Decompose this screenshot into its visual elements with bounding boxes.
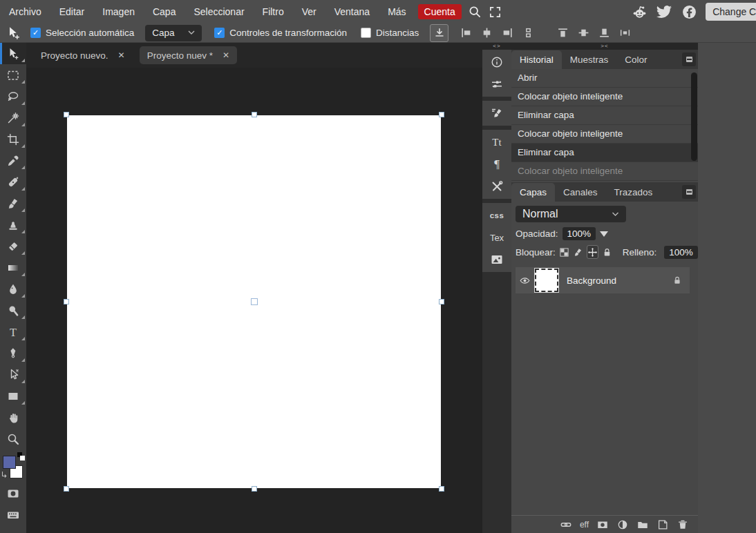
layer-effects-button[interactable]: eff <box>580 520 589 530</box>
history-item[interactable]: Abrir <box>511 69 698 88</box>
menu-item[interactable]: Filtro <box>254 0 293 23</box>
layer-thumbnail[interactable] <box>535 269 558 292</box>
image-panel-button[interactable] <box>482 249 511 271</box>
paragraph-panel-button[interactable]: ¶ <box>482 153 511 175</box>
lock-all-button[interactable] <box>602 246 612 258</box>
history-scrollbar[interactable] <box>691 72 697 161</box>
history-item[interactable]: Eliminar capa <box>511 106 698 125</box>
delete-layer-button[interactable] <box>677 519 689 531</box>
transform-handle-s[interactable] <box>252 486 257 492</box>
lock-transparency-button[interactable] <box>559 246 569 258</box>
properties-panel-button[interactable] <box>482 73 511 95</box>
panel-tab[interactable]: Muestras <box>562 50 617 69</box>
menu-item[interactable]: Capa <box>144 0 185 23</box>
eyedropper-tool[interactable] <box>0 150 26 171</box>
opacity-slider-icon[interactable] <box>600 231 608 237</box>
auto-select-checkbox[interactable]: ✓ <box>30 28 41 38</box>
history-item[interactable]: Colocar objeto inteligente <box>511 125 698 144</box>
panel-tab[interactable]: Color <box>616 50 655 69</box>
panel-tab[interactable]: Canales <box>555 183 606 202</box>
document-tab[interactable]: Proyecto nuev * ✕ <box>140 46 237 64</box>
panel-tab[interactable]: Capas <box>511 183 555 202</box>
twitter-button[interactable] <box>656 3 672 20</box>
move-tool[interactable] <box>0 43 26 64</box>
clone-stamp-tool[interactable] <box>0 214 26 235</box>
layers-panel-menu-button[interactable] <box>682 185 696 199</box>
close-icon[interactable]: ✕ <box>118 50 125 60</box>
gradient-tool[interactable] <box>0 257 26 278</box>
panel-collapse-bar[interactable]: >< <box>511 43 698 50</box>
path-select-tool[interactable] <box>0 364 26 385</box>
zoom-tool[interactable] <box>0 428 26 449</box>
transform-handle-w[interactable] <box>64 299 69 304</box>
change-color-button[interactable]: Change Co <box>706 3 756 21</box>
blend-mode-select[interactable]: Normal <box>516 206 626 222</box>
swap-colors-icon[interactable] <box>1 471 8 478</box>
lock-pixels-button[interactable] <box>573 246 583 258</box>
add-mask-button[interactable] <box>596 519 609 531</box>
text-props-panel-button[interactable]: Tex <box>482 226 511 249</box>
keyboard-shortcuts-tool[interactable] <box>0 504 26 525</box>
place-image-button[interactable] <box>430 24 448 42</box>
pen-tool[interactable] <box>0 342 26 364</box>
align-center-horizontal-button[interactable] <box>476 24 497 42</box>
target-select-dropdown[interactable]: Capa <box>145 25 202 41</box>
menu-item[interactable]: Ventana <box>325 0 379 23</box>
magic-wand-tool[interactable] <box>0 107 26 128</box>
history-item[interactable]: Eliminar capa <box>511 144 698 162</box>
quick-mask-tool[interactable] <box>0 483 26 504</box>
close-icon[interactable]: ✕ <box>223 50 229 60</box>
foreground-color-swatch[interactable] <box>3 456 16 469</box>
canvas-area[interactable] <box>26 68 482 533</box>
link-layers-button[interactable] <box>560 519 572 531</box>
opacity-value[interactable]: 100% <box>563 227 596 240</box>
tools-panel-button[interactable] <box>482 175 511 197</box>
brush-tool[interactable] <box>0 193 26 214</box>
info-panel-button[interactable] <box>482 51 511 73</box>
hand-tool[interactable] <box>0 407 26 428</box>
reddit-button[interactable] <box>631 3 648 20</box>
menu-item[interactable]: Cuenta <box>418 4 462 19</box>
align-left-button[interactable] <box>455 24 476 42</box>
menu-item[interactable]: Seleccionar <box>185 0 253 23</box>
distances-checkbox[interactable] <box>361 28 371 38</box>
facebook-button[interactable] <box>681 3 697 20</box>
search-button[interactable] <box>464 0 485 23</box>
history-item[interactable]: Colocar objeto inteligente <box>511 88 698 106</box>
rectangle-tool[interactable] <box>0 385 26 407</box>
lasso-tool[interactable] <box>0 86 26 107</box>
lock-position-button[interactable] <box>587 245 598 259</box>
transform-handle-ne[interactable] <box>439 112 444 117</box>
character-panel-button[interactable]: Tt <box>482 131 511 153</box>
add-adjustment-button[interactable] <box>616 519 629 531</box>
transform-handle-e[interactable] <box>439 299 444 304</box>
collapse-panels-button[interactable]: <> <box>482 43 511 50</box>
new-group-button[interactable] <box>636 519 649 531</box>
layer-row[interactable]: Background <box>516 267 690 293</box>
transform-handle-center[interactable] <box>251 298 258 305</box>
new-layer-button[interactable] <box>656 519 669 531</box>
menu-item[interactable]: Ver <box>293 0 325 23</box>
fullscreen-button[interactable] <box>485 0 506 23</box>
menu-item[interactable]: Más <box>379 0 415 23</box>
healing-brush-tool[interactable] <box>0 171 26 193</box>
transform-handle-n[interactable] <box>252 112 257 117</box>
align-bottom-button[interactable] <box>594 24 614 42</box>
menu-item[interactable]: Editar <box>50 0 94 23</box>
align-middle-vertical-button[interactable] <box>573 24 594 42</box>
transform-controls-checkbox[interactable]: ✓ <box>214 28 225 38</box>
distribute-vertical-button[interactable] <box>518 24 538 42</box>
align-top-button[interactable] <box>552 24 573 42</box>
transform-handle-se[interactable] <box>439 486 444 492</box>
dodge-tool[interactable] <box>0 300 26 321</box>
distribute-horizontal-button[interactable] <box>614 24 635 42</box>
menu-item[interactable]: Imagen <box>93 0 144 23</box>
transform-handle-sw[interactable] <box>64 486 69 492</box>
panel-tab[interactable]: Trazados <box>606 183 661 202</box>
crop-tool[interactable] <box>0 128 26 150</box>
blur-tool[interactable] <box>0 278 26 300</box>
marquee-select-tool[interactable] <box>0 64 26 86</box>
fill-value[interactable]: 100% <box>664 246 698 259</box>
css-panel-button[interactable]: css <box>482 204 511 226</box>
panel-tab[interactable]: Historial <box>511 50 562 69</box>
